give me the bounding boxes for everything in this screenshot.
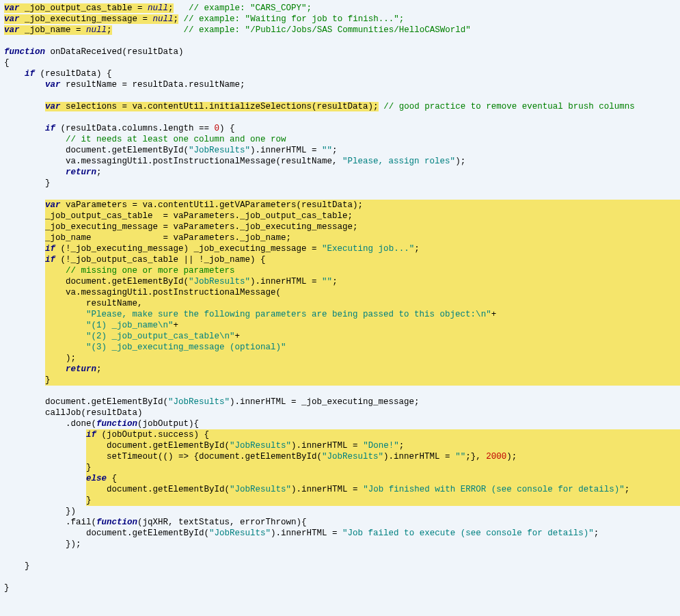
- code-line: document.getElementById("JobResults").in…: [4, 276, 676, 287]
- code-line: callJob(resultData): [4, 407, 676, 418]
- code-line: resultName,: [4, 298, 676, 309]
- code-line: if (resultData) {: [4, 68, 676, 79]
- code-line: "(1) _job_name\n"+: [4, 320, 676, 331]
- code-line: }: [4, 462, 676, 473]
- code-line: document.getElementById("JobResults").in…: [4, 440, 676, 451]
- code-line: if (jobOutput.success) {: [4, 429, 676, 440]
- code-line: );: [4, 353, 676, 364]
- code-line: return;: [4, 167, 676, 178]
- code-line: [4, 36, 676, 46]
- code-line: [4, 572, 676, 582]
- code-line: if (!_job_output_cas_table || !_job_name…: [4, 254, 676, 265]
- code-line: va.messagingUtil.postInstructionalMessag…: [4, 156, 676, 167]
- code-line: }: [4, 178, 676, 189]
- code-line: .done(function(jobOutput){: [4, 418, 676, 429]
- code-block: var _job_output_cas_table = null; // exa…: [0, 0, 680, 596]
- code-line: {: [4, 57, 676, 68]
- code-line: "Please, make sure the following paramet…: [4, 309, 676, 320]
- code-line: .fail(function(jqXHR, textStatus, errorT…: [4, 517, 676, 528]
- code-line: // missing one or more parameters: [4, 265, 676, 276]
- code-line: // it needs at least one column and one …: [4, 134, 676, 145]
- code-line: else {: [4, 473, 676, 484]
- code-line: _job_name = vaParameters._job_name;: [4, 232, 676, 243]
- code-line: [4, 189, 676, 200]
- code-line: [4, 550, 676, 561]
- code-line: var resultName = resultData.resultName;: [4, 79, 676, 90]
- code-line: var _job_output_cas_table = null; // exa…: [4, 3, 676, 14]
- code-line: setTimeout(() => {document.getElementByI…: [4, 451, 676, 462]
- code-line: }): [4, 506, 676, 517]
- code-line: document.getElementById("JobResults").in…: [4, 484, 676, 495]
- code-line: va.messagingUtil.postInstructionalMessag…: [4, 287, 676, 298]
- code-line: var _job_executing_message = null; // ex…: [4, 14, 676, 25]
- code-line: }: [4, 495, 676, 506]
- code-line: [4, 90, 676, 101]
- code-line: document.getElementById("JobResults").in…: [4, 145, 676, 156]
- code-line: var _job_name = null; // example: "/Publ…: [4, 25, 676, 36]
- code-line: if (!_job_executing_message) _job_execut…: [4, 243, 676, 254]
- code-line: }: [4, 561, 676, 572]
- code-line: _job_executing_message = vaParameters._j…: [4, 222, 676, 232]
- code-line: if (resultData.columns.length == 0) {: [4, 123, 676, 134]
- code-line: "(3) _job_executing_message (optional)": [4, 342, 676, 353]
- code-line: document.getElementById("JobResults").in…: [4, 528, 676, 539]
- code-line: var selections = va.contentUtil.initiali…: [4, 101, 676, 112]
- code-line: function onDataReceived(resultData): [4, 46, 676, 57]
- code-line: "(2) _job_output_cas_table\n"+: [4, 331, 676, 342]
- code-line: }: [4, 375, 676, 386]
- code-line: return;: [4, 364, 676, 375]
- code-line: _job_output_cas_table = vaParameters._jo…: [4, 211, 676, 222]
- code-line: [4, 112, 676, 123]
- code-line: document.getElementById("JobResults").in…: [4, 397, 676, 407]
- code-line: var vaParameters = va.contentUtil.getVAP…: [4, 200, 676, 211]
- code-line: }: [4, 582, 676, 593]
- code-line: });: [4, 539, 676, 550]
- code-line: [4, 386, 676, 397]
